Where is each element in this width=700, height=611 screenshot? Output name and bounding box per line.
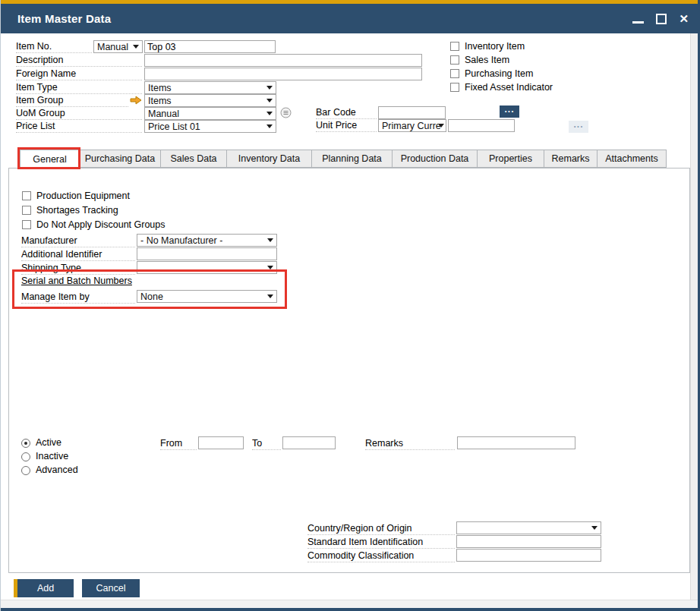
tab-attachments[interactable]: Attachments [597, 150, 667, 168]
sales-item-checkbox[interactable]: Sales Item [450, 55, 509, 67]
checkbox-box [22, 191, 31, 200]
tab-sales-data[interactable]: Sales Data [160, 150, 227, 168]
tab-remarks[interactable]: Remarks [544, 150, 598, 168]
cancel-button[interactable]: Cancel [82, 579, 140, 597]
do-not-apply-discount-groups-checkbox[interactable]: Do Not Apply Discount Groups [22, 219, 166, 231]
manufacturer-dropdown[interactable]: - No Manufacturer - [137, 234, 277, 247]
radio-circle [21, 439, 30, 448]
tab-production-data[interactable]: Production Data [392, 150, 478, 168]
minimize-icon[interactable] [632, 21, 644, 24]
tab-purchasing-data[interactable]: Purchasing Data [79, 150, 161, 168]
checkbox-box [450, 42, 459, 51]
commodity-classification-label: Commodity Classification [307, 550, 455, 562]
standard-item-identification-label: Standard Item Identification [307, 537, 455, 549]
price-list-label: Price List [16, 121, 142, 133]
item-group-label: Item Group [16, 95, 128, 107]
item-no-type-dropdown[interactable]: Manual [93, 40, 143, 53]
standard-item-identification-input[interactable] [456, 535, 601, 548]
checkbox-box [450, 83, 459, 92]
valid-from-input[interactable] [198, 436, 244, 449]
commodity-classification-input[interactable] [456, 549, 601, 562]
item-no-label: Item No. [16, 41, 92, 53]
manufacturer-label: Manufacturer [21, 235, 135, 247]
item-type-label: Item Type [16, 82, 142, 94]
chevron-down-icon [266, 86, 273, 90]
chevron-down-icon [266, 99, 273, 102]
close-icon[interactable]: ✕ [679, 14, 689, 24]
advanced-radio[interactable]: Advanced [21, 465, 78, 477]
unit-price-label: Unit Price [316, 120, 377, 132]
item-group-dropdown[interactable]: Items [144, 94, 276, 107]
link-arrow-icon[interactable] [130, 96, 142, 105]
valid-to-input[interactable] [282, 436, 336, 449]
manage-item-by-label: Manage Item by [21, 291, 135, 304]
valid-to-label: To [252, 438, 281, 450]
production-equipment-checkbox[interactable]: Production Equipment [22, 191, 130, 203]
description-input[interactable] [144, 54, 422, 67]
foreign-name-label: Foreign Name [16, 68, 142, 80]
chevron-down-icon [267, 238, 273, 242]
price-list-dropdown[interactable]: Price List 01 [144, 120, 276, 133]
right-gutter [690, 33, 698, 608]
bar-code-ellipsis-button[interactable]: ... [500, 106, 519, 118]
chevron-down-icon [266, 124, 273, 128]
chevron-down-icon [438, 124, 444, 128]
tab-strip: General Purchasing Data Sales Data Inven… [20, 150, 667, 168]
tab-planning-data[interactable]: Planning Data [311, 150, 393, 168]
manage-item-by-dropdown[interactable]: None [137, 290, 277, 303]
shortages-tracking-checkbox[interactable]: Shortages Tracking [22, 205, 118, 217]
purchasing-item-checkbox[interactable]: Purchasing Item [450, 68, 533, 80]
unit-price-currency-dropdown[interactable]: Primary Currer [378, 119, 446, 132]
status-remarks-label: Remarks [365, 438, 455, 450]
checkbox-box [450, 69, 459, 78]
shipping-type-label: Shipping Type [21, 263, 135, 275]
additional-identifier-label: Additional Identifier [21, 249, 135, 261]
chevron-down-icon [266, 112, 273, 115]
chevron-down-icon [267, 294, 273, 298]
inventory-item-checkbox[interactable]: Inventory Item [450, 41, 525, 53]
fixed-asset-indicator-checkbox[interactable]: Fixed Asset Indicator [450, 82, 553, 94]
window-bottom-border [1, 608, 700, 611]
shipping-type-dropdown[interactable] [137, 261, 277, 274]
tab-general[interactable]: General [20, 150, 80, 168]
circle-list-icon[interactable] [280, 107, 292, 118]
inactive-radio[interactable]: Inactive [21, 451, 68, 463]
uom-group-label: UoM Group [16, 108, 142, 120]
checkbox-box [22, 206, 31, 215]
title-bar: Item Master Data ✕ [1, 4, 700, 33]
description-label: Description [16, 55, 142, 67]
uom-group-dropdown[interactable]: Manual [144, 107, 276, 120]
window-title: Item Master Data [17, 12, 111, 25]
active-radio[interactable]: Active [21, 437, 61, 449]
checkbox-box [450, 55, 459, 65]
valid-from-label: From [160, 438, 197, 450]
tab-inventory-data[interactable]: Inventory Data [226, 150, 312, 168]
unit-price-ellipsis-button[interactable]: ... [569, 121, 588, 133]
chevron-down-icon [591, 526, 598, 530]
item-type-dropdown[interactable]: Items [144, 81, 276, 94]
foreign-name-input[interactable] [144, 68, 422, 80]
tab-properties[interactable]: Properties [477, 150, 544, 168]
bar-code-label: Bar Code [316, 107, 377, 119]
checkbox-box [22, 220, 31, 229]
item-master-data-window: Item Master Data ✕ Item No. Manual Descr… [0, 0, 700, 611]
country-region-of-origin-label: Country/Region of Origin [307, 523, 455, 535]
status-strip [1, 600, 698, 608]
additional-identifier-input[interactable] [137, 247, 277, 260]
status-remarks-input[interactable] [457, 436, 575, 449]
add-button[interactable]: Add [14, 579, 74, 597]
country-region-of-origin-dropdown[interactable] [456, 521, 601, 534]
unit-price-input[interactable] [448, 119, 515, 132]
bar-code-input[interactable] [378, 106, 446, 119]
serial-and-batch-numbers-heading: Serial and Batch Numbers [21, 276, 132, 288]
maximize-icon[interactable] [656, 14, 667, 24]
radio-circle [21, 466, 30, 475]
chevron-down-icon [133, 45, 139, 49]
item-no-input[interactable] [144, 40, 276, 53]
chevron-down-icon [267, 266, 273, 269]
radio-circle [21, 452, 30, 461]
